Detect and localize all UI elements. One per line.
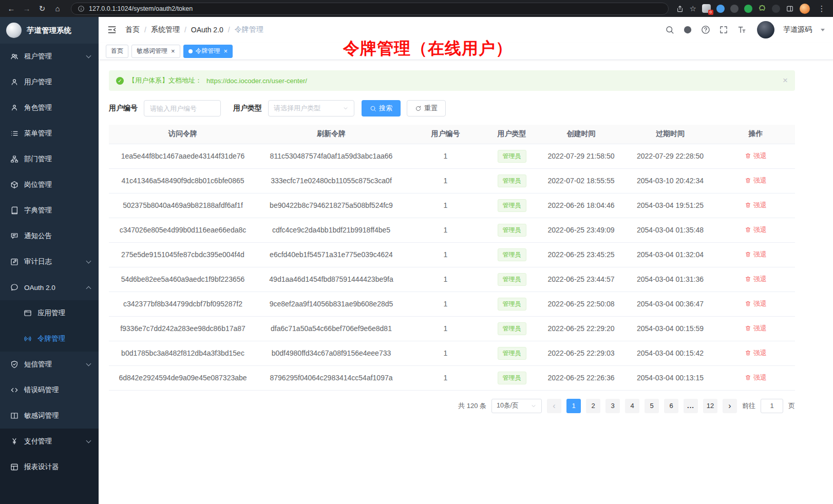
page-size-select[interactable]: 10条/页	[491, 399, 542, 413]
extension-badge: 0	[708, 10, 713, 15]
home-button[interactable]: ⌂	[51, 3, 64, 15]
user-type-cell: 管理员	[485, 316, 538, 341]
force-logout-button[interactable]: 强退	[745, 151, 767, 161]
access-token-cell: c342377bf8b344799dcbf7bf095287f2	[109, 292, 257, 316]
sidebar-item-error-code[interactable]: 错误码管理	[0, 377, 99, 403]
doc-link[interactable]: https://doc.iocoder.cn/user-center/	[206, 77, 307, 85]
sidebar-item-post[interactable]: 岗位管理	[0, 172, 99, 198]
force-logout-button[interactable]: 强退	[745, 201, 767, 210]
sidebar-collapse-button[interactable]	[107, 25, 117, 35]
forward-button[interactable]: →	[21, 3, 33, 15]
username[interactable]: 芋道源码	[783, 25, 812, 34]
sidebar-item-oauth[interactable]: OAuth 2.0	[0, 275, 99, 300]
chevron-down-icon[interactable]	[821, 29, 825, 31]
page-button-5[interactable]: 5	[645, 399, 659, 413]
site-info-icon[interactable]	[78, 5, 85, 12]
search-icon[interactable]	[665, 25, 674, 34]
alert-text: 【用户体系】文档地址：	[128, 76, 202, 85]
user-type-badge: 管理员	[498, 224, 526, 237]
sidebar-item-dept[interactable]: 部门管理	[0, 146, 99, 172]
force-logout-button[interactable]: 强退	[745, 299, 767, 308]
user-id-cell: 1	[406, 168, 485, 193]
extension-icon-dark[interactable]	[730, 5, 739, 13]
reload-button[interactable]: ↻	[36, 3, 48, 15]
url-bar[interactable]: 127.0.0.1:1024/system/oauth2/token	[71, 3, 669, 15]
sidebar-item-menu[interactable]: 菜单管理	[0, 121, 99, 146]
sidebar-item-audit-log[interactable]: 审计日志	[0, 249, 99, 275]
sidebar-item-tenant[interactable]: 租户管理	[0, 44, 99, 69]
sidebar-item-user[interactable]: 用户管理	[0, 69, 99, 95]
tab-sensitive-word[interactable]: 敏感词管理×	[131, 45, 180, 58]
sidebar-item-sms[interactable]: 短信管理	[0, 352, 99, 377]
tab-label: 敏感词管理	[137, 47, 167, 55]
tab-home[interactable]: 首页	[106, 45, 128, 58]
breadcrumb-item[interactable]: 首页	[125, 25, 140, 34]
force-logout-button[interactable]: 强退	[745, 373, 767, 382]
app-logo[interactable]: 芋道管理系统	[0, 17, 99, 44]
back-button[interactable]: ←	[5, 3, 17, 15]
extension-icon-badged[interactable]: 0	[702, 4, 711, 13]
refresh-token-cell: 9ce8ef2aa9f14056b831ae9b608e28d5	[257, 292, 406, 316]
page-button-6[interactable]: 6	[664, 399, 678, 413]
sidebar-item-report-designer[interactable]: 报表设计器	[0, 454, 99, 480]
force-logout-button[interactable]: 强退	[745, 176, 767, 185]
col-access-token: 访问令牌	[109, 125, 257, 144]
tab-close-icon[interactable]: ×	[171, 48, 175, 54]
force-logout-label: 强退	[753, 348, 767, 358]
force-logout-button[interactable]: 强退	[745, 348, 767, 358]
fullscreen-icon[interactable]	[719, 25, 728, 34]
extension-icon-blue[interactable]	[716, 5, 725, 13]
next-page-button[interactable]: ›	[723, 399, 737, 413]
user-id-input[interactable]	[144, 100, 221, 117]
page-button-4[interactable]: 4	[625, 399, 639, 413]
sidebar-item-pay[interactable]: 支付管理	[0, 429, 99, 454]
sidebar-item-sensitive-word[interactable]: 敏感词管理	[0, 403, 99, 429]
page-button-2[interactable]: 2	[586, 399, 600, 413]
sidebar-item-dict[interactable]: 字典管理	[0, 198, 99, 223]
search-button[interactable]: 搜索	[362, 100, 401, 117]
refresh-icon	[415, 105, 422, 112]
split-view-icon[interactable]	[786, 5, 794, 13]
bookmark-star-icon[interactable]: ☆	[690, 4, 696, 13]
reset-button[interactable]: 重置	[407, 100, 446, 117]
sidebar-item-app-manage[interactable]: 应用管理	[0, 300, 99, 326]
sidebar-item-label: 租户管理	[24, 52, 87, 61]
goto-page-input[interactable]	[761, 399, 783, 413]
sidebar-item-role[interactable]: 角色管理	[0, 95, 99, 121]
code-icon	[10, 386, 18, 394]
page-more-button[interactable]: ...	[684, 399, 698, 413]
extensions-puzzle-icon[interactable]	[758, 5, 766, 13]
access-token-cell: b0d1785bc3a8482f812db4a3f3bd15ec	[109, 341, 257, 365]
force-logout-button[interactable]: 强退	[745, 225, 767, 235]
force-logout-label: 强退	[753, 176, 767, 185]
app-logo-image	[6, 23, 22, 38]
breadcrumb-item[interactable]: OAuth 2.0	[191, 26, 223, 34]
force-logout-button[interactable]: 强退	[745, 275, 767, 284]
font-size-icon[interactable]	[737, 25, 746, 34]
user-type-badge: 管理员	[498, 372, 526, 384]
table-row: 1ea5e44f8bc1467aaede43144f31de76811c5304…	[109, 144, 795, 168]
page-button-3[interactable]: 3	[605, 399, 620, 413]
tab-close-icon[interactable]: ×	[224, 48, 228, 54]
alert-close-icon[interactable]: ×	[783, 75, 788, 86]
browser-profile-avatar[interactable]	[800, 4, 810, 14]
prev-page-button[interactable]: ‹	[547, 399, 561, 413]
force-logout-button[interactable]: 强退	[745, 250, 767, 259]
overflow-menu-icon[interactable]: ⋮	[816, 3, 828, 15]
help-icon[interactable]	[701, 25, 710, 34]
share-icon[interactable]	[676, 5, 684, 13]
page-button-1[interactable]: 1	[566, 399, 581, 413]
force-logout-button[interactable]: 强退	[745, 324, 767, 333]
user-type-badge: 管理员	[498, 298, 526, 311]
tab-token-manage[interactable]: 令牌管理×	[183, 45, 233, 58]
extension-icon-dark2[interactable]	[772, 5, 780, 13]
github-icon[interactable]	[683, 25, 692, 34]
sidebar-item-token-manage[interactable]: 令牌管理	[0, 326, 99, 352]
user-type-select[interactable]: 请选择用户类型	[268, 100, 354, 117]
create-time-cell: 2022-06-25 22:50:08	[538, 292, 624, 316]
user-avatar[interactable]	[757, 21, 774, 38]
sidebar-item-notice[interactable]: 通知公告	[0, 223, 99, 249]
breadcrumb-item[interactable]: 系统管理	[151, 25, 180, 34]
page-button-12[interactable]: 12	[703, 399, 717, 413]
extension-icon-green[interactable]	[744, 5, 752, 13]
